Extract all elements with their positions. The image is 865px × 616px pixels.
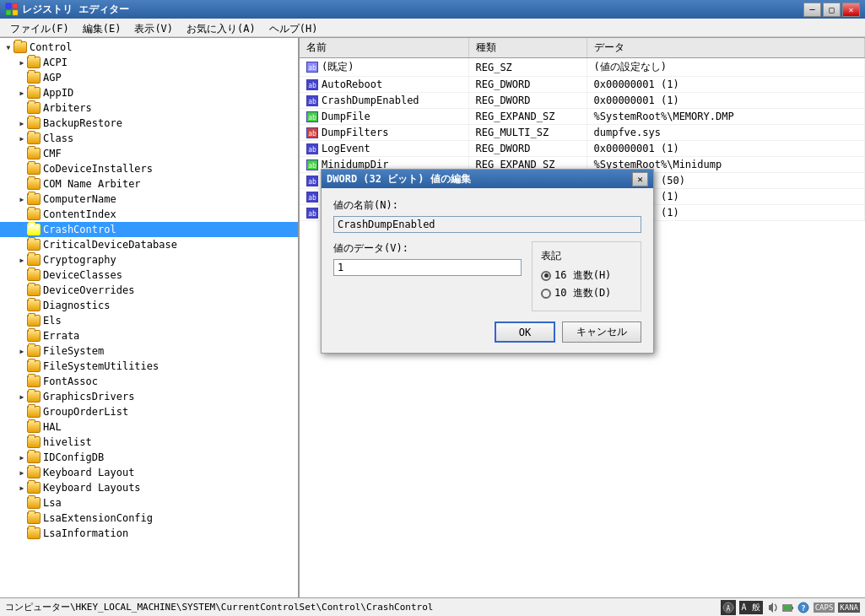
- close-button[interactable]: ✕: [842, 3, 860, 17]
- tree-item[interactable]: HAL: [0, 419, 298, 435]
- tree-item[interactable]: Lsa: [0, 495, 298, 511]
- tree-item[interactable]: DeviceOverrides: [0, 283, 298, 298]
- tree-item[interactable]: CoDeviceInstallers: [0, 161, 298, 176]
- folder-icon: [27, 72, 41, 84]
- cell-name: abDumpFile: [300, 109, 468, 125]
- expand-arrow-icon[interactable]: ▶: [17, 118, 27, 128]
- registry-icon: ab: [306, 111, 318, 122]
- tree-item[interactable]: ▶AppID: [0, 85, 298, 100]
- status-indicator-caps: CAPS: [814, 602, 835, 613]
- tree-item[interactable]: GroupOrderList: [0, 404, 298, 419]
- tree-item[interactable]: LsaInformation: [0, 526, 298, 541]
- tree-item[interactable]: AGP: [0, 70, 298, 85]
- tree-item[interactable]: CrashControl: [0, 222, 298, 237]
- tree-item[interactable]: Arbiters: [0, 100, 298, 116]
- tree-item-label: LsaInformation: [43, 527, 128, 539]
- radio-decimal-circle[interactable]: [541, 289, 551, 299]
- tree-item[interactable]: ▼Control: [0, 40, 298, 55]
- tree-item[interactable]: CMF: [0, 146, 298, 161]
- tree-item[interactable]: FontAssoc: [0, 374, 298, 389]
- tree-item[interactable]: ▶IDConfigDB: [0, 450, 298, 465]
- tree-pane[interactable]: ▼Control▶ACPIAGP▶AppIDArbiters▶BackupRes…: [0, 38, 300, 597]
- app-title: レジストリ エディター: [22, 3, 129, 17]
- expand-arrow-icon[interactable]: ▶: [17, 346, 27, 356]
- expand-arrow-icon[interactable]: ▶: [17, 452, 27, 462]
- table-row[interactable]: ab(既定)REG_SZ(値の設定なし): [300, 58, 865, 77]
- modal-close-button[interactable]: ✕: [632, 172, 648, 186]
- tree-item[interactable]: ▶Keyboard Layouts: [0, 480, 298, 495]
- tree-item[interactable]: COM Name Arbiter: [0, 176, 298, 192]
- ok-button[interactable]: OK: [495, 322, 555, 343]
- tree-item[interactable]: hivelist: [0, 435, 298, 450]
- expand-arrow-icon: [17, 240, 27, 250]
- tree-item[interactable]: ▶ACPI: [0, 55, 298, 70]
- cell-type: REG_EXPAND_SZ: [468, 109, 587, 125]
- tree-item[interactable]: ▶FileSystem: [0, 343, 298, 359]
- radio-hex-label: 16 進数(H): [554, 268, 611, 283]
- menu-file[interactable]: ファイル(F): [3, 20, 76, 35]
- radio-hex[interactable]: 16 進数(H): [541, 268, 632, 283]
- tree-item-label: DeviceClasses: [43, 269, 122, 281]
- modal-row: 値のデータ(V): 表記 16 進数(H) 10 進数(D): [333, 241, 641, 311]
- radio-hex-circle[interactable]: [541, 271, 551, 281]
- table-row[interactable]: abDumpFiltersREG_MULTI_SZdumpfve.sys: [300, 125, 865, 141]
- tree-item[interactable]: ▶Keyboard Layout: [0, 465, 298, 480]
- folder-icon: [27, 163, 41, 175]
- tree-item[interactable]: Els: [0, 313, 298, 328]
- tree-item-label: HAL: [43, 421, 62, 433]
- tree-item[interactable]: ▶Cryptography: [0, 252, 298, 267]
- folder-icon: [27, 421, 41, 433]
- expand-arrow-icon[interactable]: ▶: [17, 467, 27, 478]
- folder-icon: [27, 315, 41, 327]
- tree-item[interactable]: Errata: [0, 328, 298, 343]
- menu-edit[interactable]: 編集(E): [76, 20, 128, 35]
- tree-item[interactable]: CriticalDeviceDatabase: [0, 237, 298, 252]
- tree-item[interactable]: FileSystemUtilities: [0, 359, 298, 374]
- tree-item[interactable]: LsaExtensionConfig: [0, 511, 298, 526]
- cancel-button[interactable]: キャンセル: [562, 322, 641, 343]
- data-input[interactable]: [333, 259, 522, 276]
- expand-arrow-icon[interactable]: ▶: [17, 88, 27, 98]
- folder-icon: [27, 148, 41, 159]
- expand-arrow-icon[interactable]: ▶: [17, 483, 27, 493]
- tree-item[interactable]: Diagnostics: [0, 298, 298, 313]
- minimize-button[interactable]: ─: [803, 3, 821, 17]
- radio-decimal[interactable]: 10 進数(D): [541, 286, 632, 300]
- menu-favorites[interactable]: お気に入り(A): [180, 20, 262, 35]
- folder-icon: [27, 527, 41, 539]
- tree-item[interactable]: DeviceClasses: [0, 267, 298, 283]
- folder-icon: [27, 132, 41, 144]
- tree-item-label: ContentIndex: [43, 208, 116, 220]
- taskbar-icons: ?: [766, 601, 810, 614]
- registry-icon: ab: [306, 159, 318, 170]
- expand-arrow-icon[interactable]: ▶: [17, 57, 27, 68]
- expand-arrow-icon: [17, 498, 27, 508]
- format-title: 表記: [541, 249, 632, 263]
- cell-type: REG_DWORD: [468, 93, 587, 109]
- expand-arrow-icon[interactable]: ▶: [17, 133, 27, 143]
- expand-arrow-icon[interactable]: ▶: [17, 392, 27, 402]
- modal-title: DWORD (32 ビット) 値の編集: [327, 172, 471, 186]
- table-row[interactable]: abLogEventREG_DWORD0x00000001 (1): [300, 141, 865, 157]
- menu-help[interactable]: ヘルプ(H): [262, 20, 325, 35]
- expand-arrow-icon[interactable]: ▶: [17, 194, 27, 204]
- table-row[interactable]: abAutoRebootREG_DWORD0x00000001 (1): [300, 77, 865, 93]
- table-row[interactable]: abDumpFileREG_EXPAND_SZ%SystemRoot%\MEMO…: [300, 109, 865, 125]
- dword-edit-dialog: DWORD (32 ビット) 値の編集 ✕ 値の名前(N): 値のデータ(V):…: [321, 169, 654, 354]
- menu-view[interactable]: 表示(V): [127, 20, 180, 35]
- name-input[interactable]: [333, 216, 641, 233]
- table-row[interactable]: abCrashDumpEnabledREG_DWORD0x00000001 (1…: [300, 93, 865, 109]
- tree-item[interactable]: ▶BackupRestore: [0, 116, 298, 131]
- tree-item[interactable]: ▶Class: [0, 131, 298, 146]
- expand-arrow-icon[interactable]: ▼: [3, 42, 14, 52]
- tree-item[interactable]: ▶ComputerName: [0, 192, 298, 207]
- expand-arrow-icon: [17, 285, 27, 295]
- tree-item[interactable]: ▶GraphicsDrivers: [0, 389, 298, 404]
- expand-arrow-icon[interactable]: ▶: [17, 255, 27, 265]
- tree-item[interactable]: ContentIndex: [0, 207, 298, 222]
- cell-name: ab(既定): [300, 58, 468, 77]
- col-data: データ: [587, 38, 865, 58]
- expand-arrow-icon: [17, 407, 27, 417]
- registry-icon: ab: [306, 192, 318, 203]
- maximize-button[interactable]: □: [823, 3, 841, 17]
